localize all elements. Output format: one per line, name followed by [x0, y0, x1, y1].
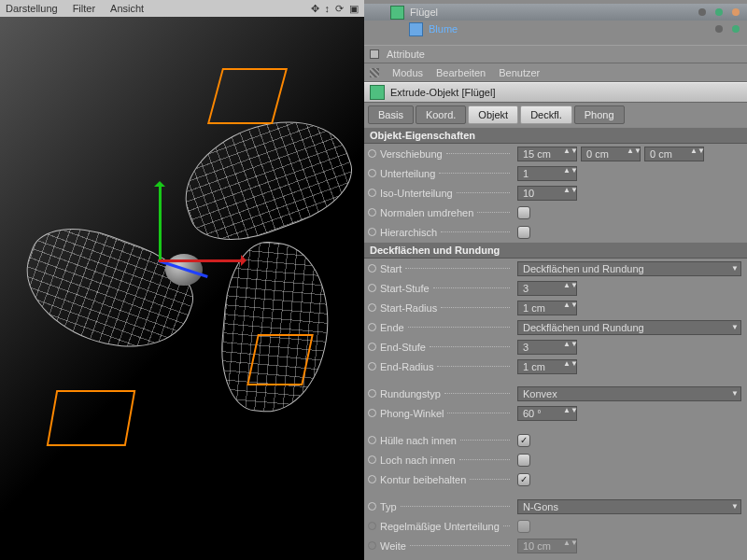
tab-deckfl[interactable]: Deckfl.	[520, 105, 572, 124]
tree-item-blume[interactable]: Blume	[364, 21, 747, 37]
user-menu[interactable]: Benutzer	[499, 67, 540, 78]
extrude-object-icon	[390, 6, 404, 20]
viewport-3d[interactable]: Darstellung Filter Ansicht ✥ ↕ ⟳ ▣	[0, 0, 364, 560]
vp-menu-view[interactable]: Ansicht	[110, 3, 144, 14]
anim-ring-icon[interactable]	[368, 149, 376, 158]
regelmaessige-unterteilung-checkbox	[517, 520, 530, 533]
anim-ring-icon[interactable]	[368, 323, 376, 331]
attribute-modebar: Modus Bearbeiten Benutzer	[364, 63, 747, 82]
anim-ring-icon[interactable]	[368, 343, 376, 351]
object-title: Extrude-Objekt [Flügel]	[390, 87, 496, 98]
tree-item-label: Flügel	[410, 7, 438, 18]
start-stufe-input[interactable]: 3▲▼	[517, 281, 577, 296]
visibility-dot-icon[interactable]	[732, 25, 740, 33]
object-manager-tree: Flügel Blume	[364, 0, 747, 45]
visibility-dot-icon[interactable]	[698, 8, 706, 16]
anim-ring-icon[interactable]	[368, 228, 376, 236]
visibility-dot-icon[interactable]	[715, 8, 723, 16]
anim-ring-icon	[368, 522, 376, 530]
attribute-header: Attribute	[364, 45, 747, 63]
section-objekt-eigenschaften: Objekt-Eigenschaften	[364, 127, 747, 144]
object-title-bar: Extrude-Objekt [Flügel]	[364, 82, 747, 103]
end-radius-input[interactable]: 1 cm▲▼	[517, 359, 577, 374]
attribute-body: Objekt-Eigenschaften Verschiebung 15 cm▲…	[364, 127, 747, 560]
vp-menu-display[interactable]: Darstellung	[6, 3, 58, 14]
ende-combo[interactable]: Deckflächen und Rundung▼	[517, 320, 741, 335]
mesh-blade[interactable]	[217, 239, 333, 415]
attribute-manager: Flügel Blume Attribute Modus Bearbeiten …	[364, 0, 747, 560]
weite-input: 10 cm▲▼	[517, 539, 577, 553]
iso-unterteilung-input[interactable]: 10▲▼	[517, 186, 577, 201]
mesh-blade[interactable]	[11, 213, 204, 367]
huelle-nach-innen-checkbox[interactable]: ✓	[517, 434, 530, 447]
rotate-view-icon[interactable]: ⟳	[335, 3, 344, 15]
bounding-box	[247, 334, 314, 385]
grip-icon[interactable]	[370, 68, 379, 77]
bounding-box	[47, 390, 136, 446]
anim-ring-icon[interactable]	[368, 264, 376, 273]
anim-ring-icon[interactable]	[368, 455, 376, 464]
spline-object-icon	[409, 22, 423, 36]
dolly-view-icon[interactable]: ↕	[325, 3, 331, 15]
section-deckflaechen: Deckflächen und Rundung	[364, 242, 747, 259]
anim-ring-icon[interactable]	[368, 502, 376, 511]
extrude-object-icon	[370, 85, 385, 100]
loch-nach-innen-checkbox[interactable]	[517, 454, 530, 467]
anim-ring-icon[interactable]	[368, 436, 376, 444]
anim-ring-icon[interactable]	[368, 303, 376, 312]
viewport-menubar: Darstellung Filter Ansicht ✥ ↕ ⟳ ▣	[0, 0, 364, 17]
hierarchisch-checkbox[interactable]	[517, 226, 530, 239]
unterteilung-input[interactable]: 1▲▼	[517, 166, 577, 181]
verschiebung-y-input[interactable]: 0 cm▲▼	[581, 147, 641, 161]
start-radius-input[interactable]: 1 cm▲▼	[517, 301, 577, 315]
start-combo[interactable]: Deckflächen und Rundung▼	[517, 261, 741, 276]
tree-item-label: Blume	[429, 23, 458, 35]
attribute-tabs: Basis Koord. Objekt Deckfl. Phong	[364, 103, 747, 127]
anim-ring-icon	[368, 541, 376, 550]
tab-phong[interactable]: Phong	[574, 105, 625, 124]
tab-basis[interactable]: Basis	[368, 105, 414, 124]
anim-ring-icon[interactable]	[368, 169, 376, 177]
anim-ring-icon[interactable]	[368, 284, 376, 292]
tag-icon[interactable]	[732, 8, 740, 16]
anim-ring-icon[interactable]	[368, 189, 376, 197]
maximize-view-icon[interactable]: ▣	[349, 3, 359, 15]
kontur-beibehalten-checkbox[interactable]: ✓	[517, 473, 530, 486]
prop-verschiebung: Verschiebung 15 cm▲▼ 0 cm▲▼ 0 cm▲▼	[364, 144, 747, 163]
phong-winkel-input[interactable]: 60 °▲▼	[517, 406, 577, 421]
axis-y-icon[interactable]	[159, 185, 162, 259]
tree-item-fluegel[interactable]: Flügel	[364, 4, 747, 21]
mode-menu[interactable]: Modus	[392, 67, 423, 78]
verschiebung-z-input[interactable]: 0 cm▲▼	[644, 147, 704, 161]
anim-ring-icon[interactable]	[368, 475, 376, 483]
tab-objekt[interactable]: Objekt	[468, 105, 518, 124]
anim-ring-icon[interactable]	[368, 409, 376, 417]
end-stufe-input[interactable]: 3▲▼	[517, 340, 577, 355]
rundungstyp-combo[interactable]: Konvex▼	[517, 386, 741, 401]
bounding-box	[207, 68, 288, 124]
axis-x-icon[interactable]	[159, 259, 243, 262]
disclosure-icon[interactable]	[370, 49, 379, 59]
typ-combo[interactable]: N-Gons▼	[517, 499, 741, 514]
verschiebung-x-input[interactable]: 15 cm▲▼	[517, 147, 577, 161]
edit-menu[interactable]: Bearbeiten	[436, 67, 486, 78]
anim-ring-icon[interactable]	[368, 389, 376, 398]
viewport-canvas[interactable]	[0, 17, 364, 560]
vp-menu-filter[interactable]: Filter	[73, 3, 95, 14]
visibility-dot-icon[interactable]	[715, 25, 723, 33]
normalen-umdrehen-checkbox[interactable]	[517, 206, 530, 219]
anim-ring-icon[interactable]	[368, 208, 376, 217]
move-view-icon[interactable]: ✥	[311, 3, 319, 15]
tab-koord[interactable]: Koord.	[416, 105, 466, 124]
anim-ring-icon[interactable]	[368, 362, 376, 371]
attribute-title: Attribute	[387, 49, 425, 60]
